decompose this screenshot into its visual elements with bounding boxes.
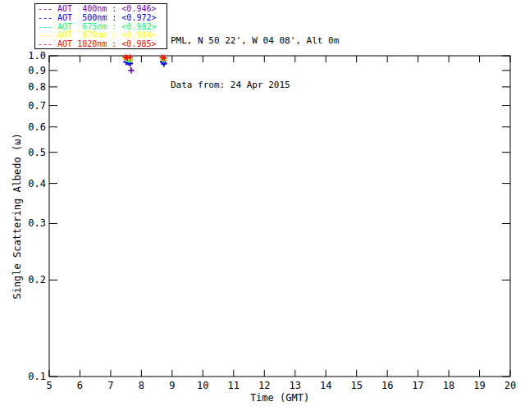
site-title: PML, N 50 22', W 04 08', Alt 0m [171, 34, 339, 48]
y-tick-label: 0.3 [28, 217, 46, 229]
date-subtitle: Data from: 24 Apr 2015 [171, 78, 339, 93]
x-tick-label: 12 [258, 380, 270, 391]
x-tick-label: 7 [107, 380, 113, 391]
legend-entry-aot-1020nm: --- AOT 1020nm : <0.985> [38, 40, 167, 49]
x-tick-label: 11 [228, 380, 240, 391]
data-point-marker [129, 67, 135, 73]
y-tick-label: 0.4 [28, 178, 46, 189]
x-tick-label: 10 [197, 380, 208, 391]
x-tick-label: 6 [77, 380, 83, 391]
y-tick-label: 0.2 [28, 274, 46, 285]
legend-entry-aot-500nm: --- AOT 500nm : <0.972> [38, 14, 167, 23]
x-tick-label: 16 [381, 380, 393, 391]
y-axis-label: Single Scattering Albedo (ω) [11, 133, 23, 299]
x-axis-label: Time (GMT) [250, 392, 309, 404]
x-tick-label: 15 [350, 380, 362, 391]
x-tick-label: 5 [46, 380, 52, 391]
y-tick-label: 1.0 [28, 50, 46, 62]
y-tick-label: 0.8 [28, 81, 46, 93]
x-tick-label: 17 [412, 380, 423, 391]
y-tick-label: 0.6 [28, 121, 46, 133]
y-tick-label: 0.1 [28, 371, 46, 382]
x-tick-label: 20 [504, 380, 516, 391]
y-tick-label: 0.9 [28, 65, 46, 76]
x-tick-label: 9 [169, 380, 175, 391]
plot-title-block: PML, N 50 22', W 04 08', Alt 0m Data fro… [171, 4, 339, 122]
x-tick-label: 19 [473, 380, 485, 391]
x-tick-label: 18 [443, 380, 454, 391]
ssa-plot-screen: 567891011121314151617181920Time (GMT)1.0… [0, 0, 525, 420]
x-tick-label: 13 [290, 380, 301, 391]
x-tick-label: 8 [139, 380, 144, 391]
legend-box: --- AOT 400nm : <0.946>--- AOT 500nm : <… [34, 3, 167, 49]
y-tick-label: 0.5 [28, 147, 46, 158]
y-tick-label: 0.7 [28, 100, 46, 112]
x-tick-label: 14 [320, 380, 331, 391]
